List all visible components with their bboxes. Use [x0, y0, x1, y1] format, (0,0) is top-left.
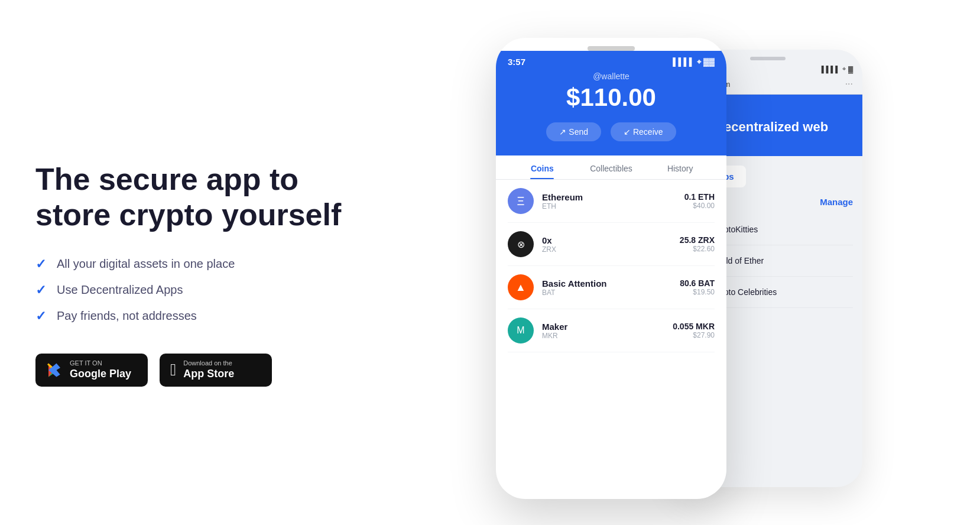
google-play-text: GET IT ON Google Play	[70, 359, 131, 381]
status-time: 3:57	[508, 57, 525, 67]
coin-amount-bat: 80.6 BAT	[680, 278, 715, 288]
phone-front: 3:57 ▌▌▌▌ ⌖ ▓▓ @wallette $110.00 ↗ Send …	[496, 38, 726, 499]
page-wrapper: The secure app to store crypto yourself …	[0, 0, 980, 525]
coin-amounts-mkr: 0.055 MKR $27.90	[673, 322, 715, 339]
store-buttons: GET IT ON Google Play  Download on the …	[35, 354, 366, 387]
coin-icon-bat: ▲	[508, 274, 534, 300]
feature-item-3: ✓ Pay friends, not addresses	[35, 309, 366, 324]
back-wifi-icon: ⌖	[842, 65, 846, 73]
coin-icon-eth: Ξ	[508, 188, 534, 214]
status-icons: ▌▌▌▌ ⌖ ▓▓	[673, 57, 715, 67]
coin-info-bat: Basic Attention BAT	[542, 278, 671, 297]
coin-usd-eth: $40.00	[684, 202, 715, 210]
coin-amount-mkr: 0.055 MKR	[673, 322, 715, 331]
coin-item-bat: ▲ Basic Attention BAT 80.6 BAT $19.50	[508, 266, 715, 309]
send-button[interactable]: ↗ Send	[546, 122, 601, 141]
back-dapp-text: ecentralized web	[724, 119, 828, 136]
coin-name-bat: Basic Attention	[542, 278, 671, 289]
right-content: ▌▌▌▌ ⌖ ▓ coinbase.com ··· D ecentralized…	[366, 0, 945, 525]
coin-icon-mkr: M	[508, 317, 534, 343]
feature-item-1: ✓ All your digital assets in one place	[35, 257, 366, 272]
coin-amounts-zrx: 25.8 ZRX $22.60	[680, 235, 715, 253]
coin-usd-zrx: $22.60	[680, 245, 715, 253]
back-signal-icon: ▌▌▌▌	[822, 66, 840, 73]
coin-list: Ξ Ethereum ETH 0.1 ETH $40.00 ⊗	[496, 180, 726, 352]
coin-name-eth: Ethereum	[542, 192, 676, 202]
wallet-username: @wallette	[496, 72, 726, 81]
coin-info-eth: Ethereum ETH	[542, 192, 676, 210]
coin-symbol-bat: BAT	[542, 289, 671, 297]
coin-usd-mkr: $27.90	[673, 331, 715, 339]
feature-text-2: Use Decentralized Apps	[57, 283, 183, 297]
coin-icon-zrx: ⊗	[508, 231, 534, 257]
check-icon-2: ✓	[35, 283, 46, 298]
google-play-icon	[46, 362, 63, 378]
coin-info-zrx: 0x ZRX	[542, 235, 671, 254]
phone-status-bar: 3:57 ▌▌▌▌ ⌖ ▓▓	[496, 51, 726, 72]
signal-icon: ▌▌▌▌	[673, 57, 695, 66]
coin-usd-bat: $19.50	[680, 288, 715, 296]
feature-item-2: ✓ Use Decentralized Apps	[35, 283, 366, 298]
headline: The secure app to store crypto yourself	[35, 162, 366, 233]
phone-header: 3:57 ▌▌▌▌ ⌖ ▓▓ @wallette $110.00 ↗ Send …	[496, 51, 726, 155]
coin-amount-eth: 0.1 ETH	[684, 192, 715, 202]
tab-collectibles[interactable]: Collectibles	[577, 155, 646, 179]
back-battery-icon: ▓	[848, 66, 853, 73]
app-store-button[interactable]:  Download on the App Store	[160, 354, 272, 387]
coin-symbol-zrx: ZRX	[542, 245, 671, 254]
coin-item-mkr: M Maker MKR 0.055 MKR $27.90	[508, 309, 715, 352]
phone-tabs: Coins Collectibles History	[496, 155, 726, 180]
coin-item-eth: Ξ Ethereum ETH 0.1 ETH $40.00	[508, 180, 715, 223]
feature-text-1: All your digital assets in one place	[57, 257, 235, 271]
coin-amount-zrx: 25.8 ZRX	[680, 235, 715, 245]
coin-info-mkr: Maker MKR	[542, 322, 664, 340]
features-list: ✓ All your digital assets in one place ✓…	[35, 257, 366, 324]
feature-text-3: Pay friends, not addresses	[57, 309, 197, 323]
tab-history[interactable]: History	[645, 155, 715, 179]
receive-button[interactable]: ↙ Receive	[611, 122, 676, 141]
phones-container: ▌▌▌▌ ⌖ ▓ coinbase.com ··· D ecentralized…	[449, 26, 862, 511]
back-menu-icon: ···	[845, 79, 853, 89]
coin-name-mkr: Maker	[542, 322, 664, 332]
coin-amounts-eth: 0.1 ETH $40.00	[684, 192, 715, 210]
wallet-actions: ↗ Send ↙ Receive	[496, 122, 726, 141]
apple-icon: 	[170, 361, 176, 380]
coin-name-zrx: 0x	[542, 235, 671, 245]
check-icon-3: ✓	[35, 309, 46, 324]
coin-symbol-mkr: MKR	[542, 332, 664, 340]
google-play-small: GET IT ON	[70, 359, 131, 367]
check-icon-1: ✓	[35, 257, 46, 272]
google-play-large: Google Play	[70, 367, 131, 381]
wallet-balance: $110.00	[496, 83, 726, 112]
google-play-button[interactable]: GET IT ON Google Play	[35, 354, 148, 387]
battery-icon: ▓▓	[703, 57, 715, 66]
coin-amounts-bat: 80.6 BAT $19.50	[680, 278, 715, 296]
coin-symbol-eth: ETH	[542, 202, 676, 210]
phone-speaker	[588, 46, 635, 51]
app-store-text: Download on the App Store	[183, 359, 234, 381]
tab-coins[interactable]: Coins	[508, 155, 577, 179]
app-store-small: Download on the	[183, 359, 234, 367]
coin-item-zrx: ⊗ 0x ZRX 25.8 ZRX $22.60	[508, 223, 715, 266]
left-content: The secure app to store crypto yourself …	[35, 138, 366, 387]
app-store-large: App Store	[183, 367, 234, 381]
wifi-icon: ⌖	[697, 57, 701, 67]
